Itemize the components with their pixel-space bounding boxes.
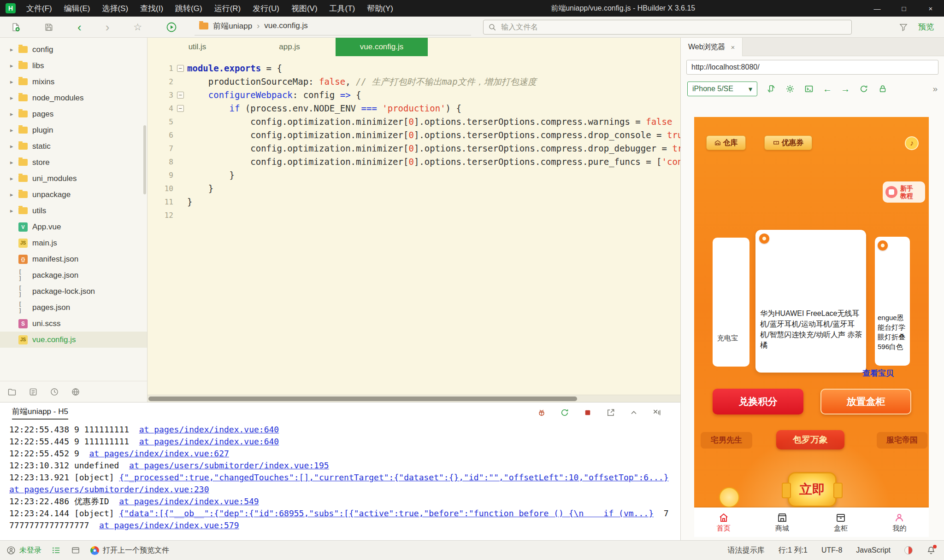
fold-marker[interactable]: − [173, 102, 187, 115]
preview-button[interactable]: 预览 [918, 22, 934, 32]
coupon-button[interactable]: 优惠券 [764, 135, 812, 150]
save-icon[interactable] [44, 23, 53, 32]
menu-item[interactable]: 跳转(G) [169, 0, 208, 17]
notifications-bell-icon[interactable] [926, 546, 936, 555]
code-area[interactable]: 1−module.exports = {2 productionSourceMa… [148, 56, 680, 395]
chevron-right-icon[interactable]: ▸ [10, 143, 18, 150]
console-link[interactable]: {"_processed":true,"changedTouches":[],"… [119, 472, 668, 482]
sidebar-scrollbar[interactable] [143, 125, 146, 194]
tree-folder[interactable]: ▸plugin [0, 122, 147, 138]
encoding-label[interactable]: UTF-8 [821, 546, 842, 554]
breadcrumb[interactable]: 前端uniapp › vue.config.js [195, 19, 471, 35]
chevron-right-icon[interactable]: ▸ [10, 175, 18, 182]
file-search-box[interactable] [483, 20, 852, 35]
rotate-device-icon[interactable] [766, 84, 776, 94]
back-icon[interactable]: ‹ [77, 21, 82, 33]
devtools-console-icon[interactable] [804, 84, 814, 94]
tree-folder[interactable]: ▸mixins [0, 74, 147, 90]
close-button[interactable]: × [917, 0, 944, 17]
settings-gear-icon[interactable] [785, 84, 795, 94]
restart-icon[interactable] [560, 408, 570, 418]
console-link[interactable]: at pages/index/index.vue:549 [119, 496, 259, 506]
console-link[interactable]: at pages/users/submitorder/index.vue:195 [129, 461, 329, 470]
list-icon[interactable] [52, 546, 61, 555]
tutorial-badge[interactable]: 新手教程 [883, 181, 925, 203]
web-panel-icon[interactable] [71, 387, 80, 397]
open-last-preview[interactable]: 打开上一个预览文件 [90, 546, 169, 555]
tab-mine[interactable]: 我的 [870, 508, 929, 537]
url-input[interactable] [686, 60, 938, 75]
editor-tab[interactable]: util.js [151, 38, 243, 56]
syntax-lib-label[interactable]: 语法提示库 [728, 546, 765, 555]
tab-cabinet[interactable]: 盒柜 [812, 508, 870, 537]
tree-folder[interactable]: ▸utils [0, 203, 147, 219]
breadcrumb-project[interactable]: 前端uniapp [213, 21, 252, 31]
browser-tab[interactable]: Web浏览器 × [681, 38, 743, 56]
console-tab[interactable]: 前端uniapp - H5 [12, 406, 68, 420]
fold-marker[interactable]: − [173, 62, 187, 75]
tab-close-icon[interactable]: × [731, 43, 735, 51]
chevron-right-icon[interactable]: ▸ [10, 62, 18, 69]
menu-item[interactable]: 文件(F) [20, 0, 58, 17]
explorer-panel-icon[interactable] [7, 387, 17, 397]
login-status[interactable]: 未登录 [6, 546, 41, 555]
favorite-icon[interactable]: ☆ [133, 22, 142, 32]
scrollbar-thumb[interactable] [148, 397, 577, 401]
view-item-link[interactable]: 查看宝贝 [862, 368, 894, 379]
forward-icon[interactable]: › [106, 21, 110, 33]
search-input[interactable] [501, 23, 847, 31]
device-select[interactable]: iPhone 5/SE ▾ [687, 82, 757, 96]
menu-item[interactable]: 帮助(Y) [361, 0, 399, 17]
product-card-left[interactable]: 充电宝 [713, 238, 749, 367]
tree-file[interactable]: Suni.scss [0, 315, 147, 332]
product-card-right[interactable]: engue恩能台灯学眼灯折叠596白色 [875, 237, 910, 366]
outline-panel-icon[interactable] [29, 387, 38, 397]
maximize-button[interactable]: □ [891, 0, 917, 17]
new-file-icon[interactable] [11, 23, 20, 32]
open-external-icon[interactable] [606, 408, 616, 418]
tree-file[interactable]: [ ]pages.json [0, 299, 147, 315]
clear-console-icon[interactable] [652, 408, 662, 418]
nav-forward-icon[interactable]: → [841, 84, 850, 93]
menu-item[interactable]: 视图(V) [285, 0, 324, 17]
nav-back-icon[interactable]: ← [823, 84, 832, 93]
console-link[interactable]: at pages/index/index.vue:627 [89, 449, 229, 458]
banner[interactable]: 服宅帝国 [877, 432, 927, 449]
history-panel-icon[interactable] [50, 387, 59, 397]
more-tools-icon[interactable]: » [932, 84, 938, 94]
menu-item[interactable]: 编辑(E) [58, 0, 96, 17]
tree-file[interactable]: JSvue.config.js [0, 332, 147, 348]
horizontal-scrollbar[interactable] [148, 395, 680, 402]
language-mode[interactable]: JavaScript [856, 546, 891, 554]
chevron-right-icon[interactable]: ▸ [10, 127, 18, 134]
console-link[interactable]: {"data":[{"__ob__":{"dep":{"id":68955,"s… [119, 508, 654, 518]
chevron-right-icon[interactable]: ▸ [10, 94, 18, 101]
tab-mall[interactable]: 商城 [753, 508, 811, 537]
tree-file[interactable]: [ ]package-lock.json [0, 283, 147, 299]
menu-item[interactable]: 查找(I) [134, 0, 169, 17]
debug-icon[interactable] [537, 408, 547, 418]
menu-item[interactable]: 运行(R) [208, 0, 247, 17]
tree-folder[interactable]: ▸node_modules [0, 90, 147, 106]
console-link[interactable]: at pages/index/index.vue:640 [139, 437, 279, 446]
chevron-right-icon[interactable]: ▸ [10, 78, 18, 85]
chevron-right-icon[interactable]: ▸ [10, 159, 18, 166]
update-icon[interactable] [904, 546, 913, 554]
place-cabinet-button[interactable]: 放置盒柜 [820, 389, 911, 414]
editor-tab[interactable]: app.js [243, 38, 336, 56]
tree-file[interactable]: VApp.vue [0, 219, 147, 235]
minimize-button[interactable]: — [864, 0, 891, 17]
menu-item[interactable]: 选择(S) [96, 0, 134, 17]
panel-icon[interactable] [71, 546, 80, 555]
exchange-points-button[interactable]: 兑换积分 [713, 389, 803, 414]
menu-item[interactable]: 发行(U) [247, 0, 285, 17]
console-link[interactable]: at pages/index/index.vue:640 [139, 425, 279, 434]
tree-folder[interactable]: ▸static [0, 138, 147, 154]
tree-folder[interactable]: ▸libs [0, 58, 147, 74]
filter-icon[interactable] [899, 23, 908, 32]
warehouse-button[interactable]: 仓库 [706, 135, 746, 150]
lock-icon[interactable] [878, 84, 888, 94]
tree-file[interactable]: {}manifest.json [0, 251, 147, 267]
refresh-icon[interactable] [859, 84, 869, 94]
fold-marker[interactable]: − [173, 88, 187, 102]
